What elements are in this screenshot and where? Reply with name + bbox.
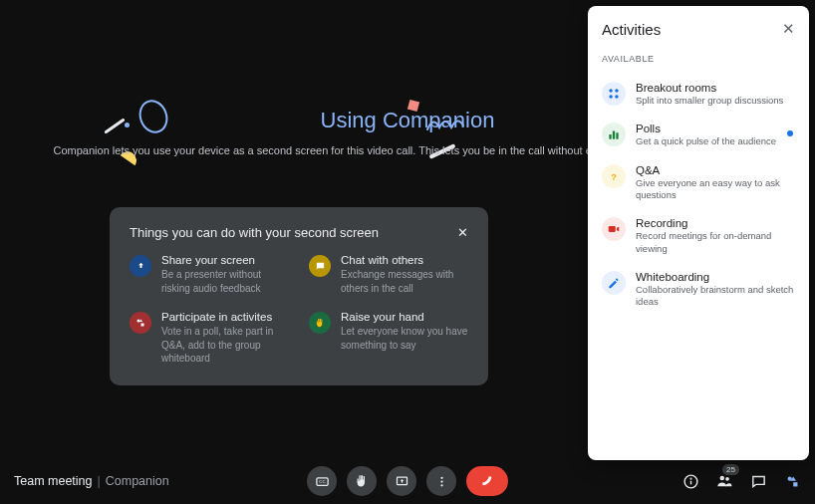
- shapes-icon: [130, 312, 151, 334]
- tip-desc: Let everyone know you have something to …: [341, 325, 468, 352]
- svg-rect-23: [609, 226, 616, 232]
- activities-button[interactable]: [783, 472, 801, 490]
- tip-desc: Vote in a poll, take part in Q&A, add to…: [161, 325, 289, 366]
- svg-point-10: [690, 478, 691, 479]
- svg-point-11: [720, 476, 725, 481]
- question-icon: ?: [602, 164, 626, 188]
- activity-title: Whiteboarding: [636, 271, 795, 283]
- activity-qa[interactable]: ? Q&A Give everyone an easy way to ask q…: [602, 156, 795, 210]
- tip-raise-hand: Raise your hand Let everyone know you ha…: [309, 311, 468, 366]
- chat-button[interactable]: [749, 472, 767, 490]
- record-icon: [602, 217, 626, 241]
- activity-title: Recording: [636, 217, 795, 229]
- tip-activities: Participate in activites Vote in a poll,…: [130, 311, 289, 366]
- present-button[interactable]: [387, 466, 416, 496]
- svg-point-12: [725, 477, 729, 481]
- svg-text:?: ?: [611, 171, 617, 181]
- activity-title: Q&A: [636, 164, 795, 176]
- poll-icon: [602, 123, 626, 146]
- close-icon[interactable]: ✕: [457, 226, 468, 239]
- svg-point-17: [609, 95, 613, 99]
- people-button[interactable]: 25: [715, 472, 733, 490]
- activity-whiteboarding[interactable]: Whiteboarding Collaboratively brainstorm…: [602, 263, 795, 317]
- tip-chat: Chat with others Exchange messages with …: [309, 254, 468, 295]
- svg-point-0: [137, 320, 140, 323]
- svg-rect-14: [793, 482, 797, 486]
- tips-heading: Things you can do with your second scree…: [130, 225, 379, 240]
- activity-title: Polls: [636, 123, 776, 134]
- whiteboard-icon: [602, 271, 626, 295]
- svg-point-15: [609, 89, 613, 93]
- participant-count-badge: 25: [722, 464, 739, 475]
- raise-hand-button[interactable]: [347, 466, 377, 496]
- activity-breakout-rooms[interactable]: Breakout rooms Split into smaller group …: [602, 74, 795, 115]
- tip-title: Share your screen: [161, 254, 289, 266]
- activity-desc: Split into smaller group discussions: [636, 95, 783, 107]
- tip-title: Chat with others: [341, 254, 468, 266]
- activity-desc: Collaboratively brainstorm and sketch id…: [636, 284, 795, 309]
- panel-section-label: AVAILABLE: [602, 54, 795, 64]
- close-icon[interactable]: ✕: [782, 20, 795, 38]
- svg-rect-1: [141, 324, 144, 327]
- tip-desc: Exchange messages with others in the cal…: [341, 268, 468, 295]
- captions-button[interactable]: CC: [307, 466, 337, 496]
- bottom-bar: Team meeting|Companion CC: [0, 458, 815, 504]
- breakout-icon: [602, 82, 626, 106]
- svg-point-6: [440, 480, 442, 482]
- tip-share-screen: Share your screen Be a presenter without…: [130, 254, 289, 295]
- tip-title: Raise your hand: [341, 311, 468, 323]
- activity-title: Breakout rooms: [636, 82, 783, 94]
- activity-desc: Record meetings for on-demand viewing: [636, 230, 795, 255]
- svg-rect-19: [609, 134, 611, 139]
- activity-desc: Get a quick pulse of the audience: [636, 135, 776, 147]
- meet-companion-screen: Using Companion Companion lets you use y…: [0, 0, 815, 504]
- activity-desc: Give everyone an easy way to ask questio…: [636, 177, 795, 202]
- present-icon: [130, 255, 151, 277]
- right-controls: 25: [681, 472, 801, 490]
- hand-icon: [309, 312, 331, 334]
- chat-icon: [309, 255, 331, 277]
- new-indicator-dot: [787, 130, 793, 136]
- meeting-name: Team meeting|Companion: [14, 474, 169, 488]
- tip-title: Participate in activites: [161, 311, 289, 323]
- activities-panel: Activities ✕ AVAILABLE Breakout rooms Sp…: [588, 6, 809, 460]
- tips-card: Things you can do with your second scree…: [110, 207, 488, 385]
- svg-rect-20: [613, 131, 615, 139]
- svg-point-5: [440, 476, 442, 478]
- hang-up-button[interactable]: [466, 466, 508, 496]
- svg-point-16: [615, 89, 619, 93]
- more-options-button[interactable]: [426, 466, 456, 496]
- panel-title: Activities: [602, 21, 661, 38]
- svg-rect-21: [616, 133, 618, 139]
- svg-text:CC: CC: [319, 479, 325, 484]
- svg-point-7: [440, 484, 442, 486]
- svg-point-18: [615, 95, 619, 99]
- activity-recording[interactable]: Recording Record meetings for on-demand …: [602, 209, 795, 263]
- center-controls: CC: [307, 466, 508, 496]
- tip-desc: Be a presenter without risking audio fee…: [161, 268, 289, 295]
- info-button[interactable]: [681, 472, 699, 490]
- activity-polls[interactable]: Polls Get a quick pulse of the audience: [602, 115, 795, 155]
